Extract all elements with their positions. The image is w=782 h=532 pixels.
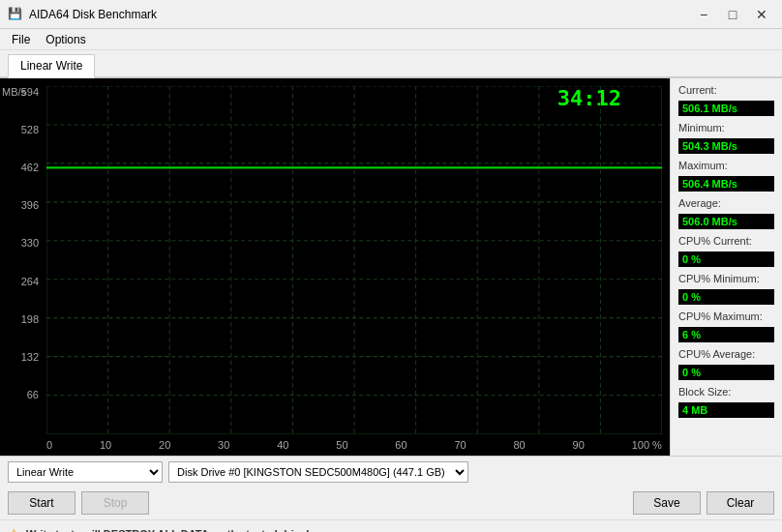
stop-button[interactable]: Stop <box>81 491 149 515</box>
cpu-minimum-value: 0 % <box>678 289 774 305</box>
warning-icon: ⚠ <box>8 526 20 533</box>
clear-button[interactable]: Clear <box>707 491 774 515</box>
x-label-60: 60 <box>395 439 406 451</box>
menu-bar: File Options <box>0 29 782 50</box>
bottom-controls: Linear Write Disk Drive #0 [KINGSTON SED… <box>0 456 782 487</box>
y-label-66: 66 <box>0 389 43 400</box>
maximum-label: Maximum: <box>678 160 774 171</box>
maximize-button[interactable]: □ <box>720 5 745 24</box>
action-bar: Start Stop Save Clear <box>0 487 782 519</box>
minimize-button[interactable]: − <box>691 5 716 24</box>
current-value: 506.1 MB/s <box>678 101 774 116</box>
test-type-dropdown[interactable]: Linear Write <box>8 461 163 483</box>
y-axis: 594 528 462 396 330 264 198 132 66 <box>0 86 43 427</box>
warning-bar: ⚠ Write tests will DESTROY ALL DATA on t… <box>0 519 782 532</box>
x-label-20: 20 <box>159 439 170 451</box>
title-bar: 💾 AIDA64 Disk Benchmark − □ ✕ <box>0 0 782 29</box>
save-button[interactable]: Save <box>633 491 701 515</box>
x-label-100: 100 % <box>632 439 662 451</box>
y-label-594: 594 <box>0 86 43 98</box>
cpu-minimum-label: CPU% Minimum: <box>678 273 774 284</box>
window-title: AIDA64 Disk Benchmark <box>29 8 691 21</box>
cpu-current-label: CPU% Current: <box>678 235 774 247</box>
app-icon: 💾 <box>8 7 23 22</box>
y-label-462: 462 <box>0 162 43 173</box>
block-size-value: 4 MB <box>678 402 774 418</box>
drive-dropdown[interactable]: Disk Drive #0 [KINGSTON SEDC500M480G] (4… <box>168 461 468 483</box>
current-label: Current: <box>678 84 774 96</box>
y-label-528: 528 <box>0 124 43 135</box>
y-label-264: 264 <box>0 276 43 287</box>
block-size-label: Block Size: <box>678 386 774 398</box>
average-value: 506.0 MB/s <box>678 214 774 229</box>
window-controls: − □ ✕ <box>691 5 774 24</box>
chart-canvas <box>46 86 662 434</box>
x-label-40: 40 <box>277 439 288 451</box>
right-panel: Current: 506.1 MB/s Minimum: 504.3 MB/s … <box>670 78 782 456</box>
y-label-330: 330 <box>0 237 43 249</box>
x-label-0: 0 <box>46 439 52 451</box>
maximum-value: 506.4 MB/s <box>678 176 774 192</box>
warning-text: Write tests will DESTROY ALL DATA on the… <box>26 528 310 533</box>
tab-bar: Linear Write <box>0 50 782 78</box>
x-label-10: 10 <box>100 439 111 451</box>
chart-svg <box>46 86 662 434</box>
cpu-average-value: 0 % <box>678 365 774 380</box>
y-label-396: 396 <box>0 199 43 211</box>
menu-file[interactable]: File <box>4 31 38 48</box>
cpu-maximum-label: CPU% Maximum: <box>678 310 774 322</box>
start-button[interactable]: Start <box>8 491 75 515</box>
cpu-current-value: 0 % <box>678 251 774 267</box>
x-label-80: 80 <box>514 439 526 451</box>
cpu-average-label: CPU% Average: <box>678 348 774 360</box>
chart-area: MB/s 34:12 594 528 462 396 330 264 198 1… <box>0 78 670 456</box>
main-area: MB/s 34:12 594 528 462 396 330 264 198 1… <box>0 78 782 456</box>
x-label-90: 90 <box>573 439 585 451</box>
average-label: Average: <box>678 197 774 209</box>
x-label-30: 30 <box>218 439 229 451</box>
x-label-50: 50 <box>336 439 347 451</box>
x-axis: 0 10 20 30 40 50 60 70 80 90 100 % <box>46 434 662 456</box>
tab-linear-write[interactable]: Linear Write <box>8 54 95 78</box>
minimum-label: Minimum: <box>678 122 774 133</box>
x-label-70: 70 <box>454 439 466 451</box>
y-label-132: 132 <box>0 351 43 363</box>
minimum-value: 504.3 MB/s <box>678 138 774 154</box>
y-label-198: 198 <box>0 313 43 325</box>
close-button[interactable]: ✕ <box>749 5 774 24</box>
cpu-maximum-value: 6 % <box>678 327 774 342</box>
menu-options[interactable]: Options <box>38 31 93 48</box>
